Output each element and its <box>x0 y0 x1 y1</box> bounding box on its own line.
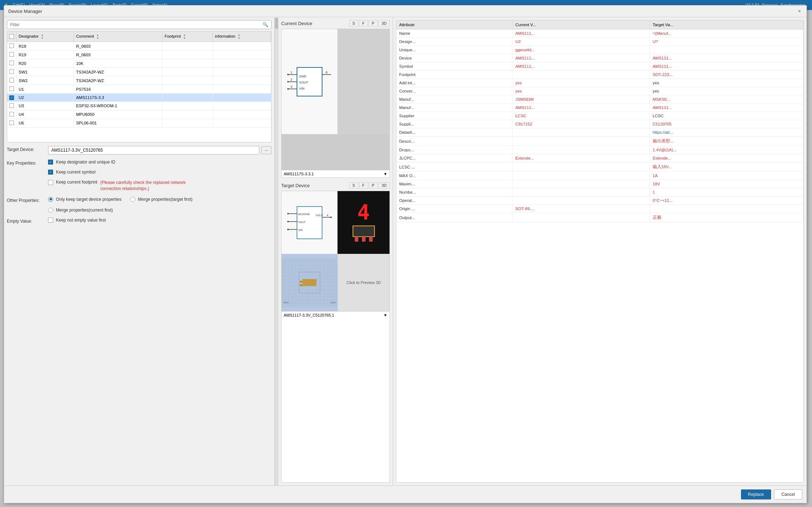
target-device-preview: ADJ/GND VOUT VIN VOUT 4 4 <box>281 191 390 483</box>
click-preview-3d-button[interactable]: Click to Preview 3D <box>337 254 390 311</box>
current-view-f-button[interactable]: F <box>359 20 368 27</box>
comment-cell: TS342A2P-WZ <box>74 76 162 85</box>
designator-cell: R19 <box>16 51 74 59</box>
search-icon[interactable]: 🔍 <box>263 22 268 27</box>
target-view-p-button[interactable]: P <box>369 182 378 189</box>
table-row[interactable]: U3 ESP32-S3-WROOM-1 <box>7 101 271 110</box>
row-checkbox[interactable] <box>9 103 14 108</box>
keep-not-empty-checkbox[interactable] <box>48 218 53 223</box>
comment-cell: MPU6050 <box>74 110 162 119</box>
current-view-s-button[interactable]: S <box>349 20 358 27</box>
table-row[interactable]: U1 PS7516 <box>7 85 271 94</box>
svg-point-23 <box>287 229 289 230</box>
table-row[interactable]: SW1 TS342A2P-WZ <box>7 68 271 76</box>
target-device-label: Target Device: <box>7 146 48 152</box>
target-device-browse-button[interactable]: ··· <box>261 146 272 154</box>
current-view-3d-button[interactable]: 3D <box>378 20 390 27</box>
table-row[interactable]: U4 MPU6050 <box>7 110 271 119</box>
attr-target-cell: AMS111... <box>650 54 803 62</box>
current-device-dropdown[interactable]: AMS1117S-3.3.1 ▼ <box>282 170 390 177</box>
attr-target-cell: 18V <box>650 180 803 188</box>
keep-designator-checkbox[interactable] <box>48 160 53 165</box>
current-view-p-button[interactable]: P <box>369 20 378 27</box>
warning-text: (Please carefully check the replaced net… <box>100 180 185 192</box>
attr-row: Dropo... 1.4V@(1A)... <box>396 146 803 154</box>
target-pcb-view: 0cm 1cm <box>282 254 337 311</box>
row-checkbox[interactable] <box>9 95 14 100</box>
row-checkbox[interactable] <box>9 112 14 117</box>
attr-current-cell: yes <box>512 87 650 95</box>
replace-button[interactable]: Replace <box>741 489 771 499</box>
row-checkbox[interactable] <box>9 52 14 57</box>
attr-current-cell <box>512 196 650 205</box>
attr-row: Datash... https://att... <box>396 128 803 137</box>
only-target-radio[interactable] <box>48 197 53 202</box>
target-view-s-button[interactable]: S <box>349 182 358 189</box>
svg-rect-31 <box>362 237 365 242</box>
attr-row: Numbe... 1 <box>396 188 803 196</box>
information-cell <box>213 85 271 94</box>
svg-text:1cm: 1cm <box>331 301 336 304</box>
filter-input[interactable] <box>10 22 263 27</box>
attr-current-cell <box>512 188 650 196</box>
merge-current-radio[interactable] <box>48 208 53 213</box>
row-checkbox[interactable] <box>9 61 14 65</box>
svg-text:2: 2 <box>291 78 292 81</box>
svg-point-7 <box>287 88 289 90</box>
keep-symbol-checkbox[interactable] <box>48 170 53 175</box>
target-3d-top: 4 <box>337 191 390 254</box>
keep-footprint-checkbox[interactable] <box>48 180 53 185</box>
attr-name-cell: Origin ... <box>396 205 512 213</box>
svg-text:3: 3 <box>291 85 292 89</box>
target-view-f-button[interactable]: F <box>359 182 368 189</box>
target-schematic-view: ADJ/GND VOUT VIN VOUT 4 <box>282 191 337 254</box>
comment-cell: AMS1117S-3.3 <box>74 94 162 102</box>
left-form: Target Device: ··· Key Properties: <box>7 142 272 483</box>
merge-target-radio[interactable] <box>130 197 135 202</box>
attr-current-cell <box>512 213 650 222</box>
information-cell <box>213 68 271 76</box>
attr-current-cell: U2 <box>512 38 650 46</box>
target-device-dropdown[interactable]: AMS1117-3.3V_C5120765.1 ▼ <box>282 311 390 319</box>
attr-current-cell: AMS111... <box>512 29 650 38</box>
attr-row: Manuf... JSMSEMI MSKSE... <box>396 95 803 104</box>
svg-text:1: 1 <box>291 71 292 74</box>
keep-footprint-label: Keep current footprint <box>56 180 97 185</box>
row-checkbox[interactable] <box>9 43 14 48</box>
svg-text:ADJ/GND: ADJ/GND <box>298 213 310 216</box>
target-device-section-title: Target Device <box>281 183 310 188</box>
attr-name-cell: Supplier <box>396 112 512 120</box>
attr-current-cell: AMS111... <box>512 54 650 62</box>
svg-text:0cm: 0cm <box>283 301 289 304</box>
row-checkbox[interactable] <box>9 69 14 74</box>
current-device-section: Current Device S F P 3D <box>281 20 390 178</box>
attr-target-cell <box>650 205 803 213</box>
attr-name-cell: Dropo... <box>396 146 512 154</box>
attr-target-cell: 输入18V... <box>650 162 803 172</box>
attr-target-cell: 正极 <box>650 213 803 222</box>
row-checkbox[interactable] <box>9 86 14 91</box>
attr-col-attribute: Attribute <box>396 20 512 29</box>
attr-target-cell: 1A <box>650 172 803 180</box>
table-row[interactable]: SW2 TS342A2P-WZ <box>7 76 271 85</box>
dialog-titlebar: Device Manager × <box>4 5 807 17</box>
footprint-cell <box>162 119 212 127</box>
table-row[interactable]: U2 AMS1117S-3.3 <box>7 94 271 102</box>
designator-cell: U4 <box>16 110 74 119</box>
svg-rect-29 <box>353 226 374 237</box>
attr-row: Maxim... 18V <box>396 180 803 188</box>
table-row[interactable]: R19 R_0603 <box>7 51 271 59</box>
target-view-3d-button[interactable]: 3D <box>378 182 390 189</box>
table-row[interactable]: R20 10K <box>7 59 271 68</box>
row-checkbox[interactable] <box>9 120 14 125</box>
table-row[interactable]: R18 R_0603 <box>7 42 271 51</box>
svg-text:VIN: VIN <box>299 87 304 90</box>
close-icon[interactable]: × <box>797 8 802 14</box>
cancel-button[interactable]: Cancel <box>774 489 802 499</box>
table-row[interactable]: U6 SPL06-001 <box>7 119 271 127</box>
target-device-input[interactable] <box>48 146 259 155</box>
attribute-table-container: Attribute Current V... Target Va... Name… <box>396 20 804 483</box>
row-checkbox[interactable] <box>9 78 14 82</box>
svg-text:VIN: VIN <box>298 228 303 232</box>
attr-row: MAX O... 1A <box>396 172 803 180</box>
